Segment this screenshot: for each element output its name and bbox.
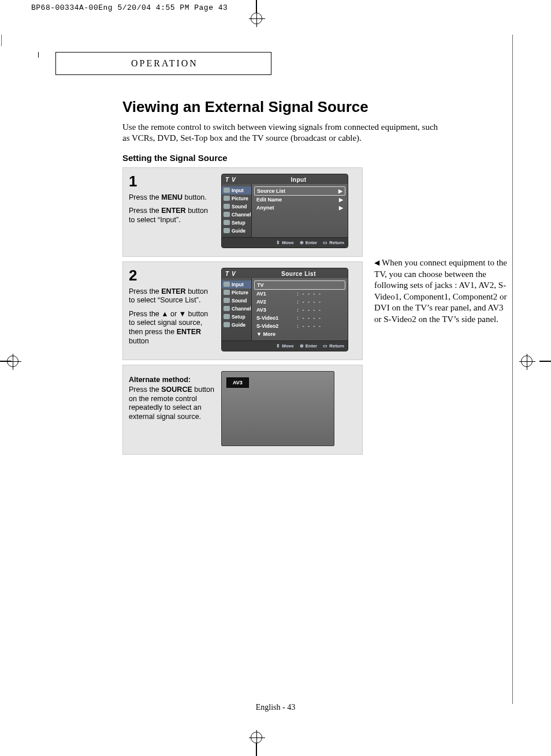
tab-tick bbox=[38, 52, 39, 58]
step-alternate: Alternate method: Press the SOURCE butto… bbox=[122, 365, 363, 455]
osd-row-av1: AV1: - - - - bbox=[254, 290, 345, 298]
subheading: Setting the Signal Source bbox=[122, 153, 504, 163]
section-tab-label: OPERATION bbox=[131, 58, 198, 69]
osd-tv-label: T V bbox=[225, 177, 253, 183]
page-edge-right bbox=[512, 35, 513, 704]
osd-row-tv: TV bbox=[254, 280, 345, 290]
osd-row-av3: AV3: - - - - bbox=[254, 306, 345, 314]
osd-row-sourcelist: Source List▶ bbox=[254, 186, 345, 196]
side-note: ◀When you connect equipment to the TV, y… bbox=[374, 257, 509, 325]
crop-mark-right bbox=[521, 355, 544, 367]
osd-pill-av3: AV3 bbox=[226, 377, 249, 388]
osd-tv-label-2: T V bbox=[225, 271, 253, 277]
print-slug: BP68-00334A-00Eng 5/20/04 4:55 PM Page 4… bbox=[31, 3, 228, 12]
step-1-line-2: Press the ENTER button to select “Input”… bbox=[129, 207, 215, 224]
section-tab: OPERATION bbox=[55, 52, 271, 75]
osd-row-av2: AV2: - - - - bbox=[254, 298, 345, 306]
osd-side-channel-2: Channel bbox=[222, 305, 251, 313]
intro-text: Use the remote control to switch between… bbox=[122, 122, 446, 144]
osd-side-picture: Picture bbox=[222, 194, 251, 203]
osd-row-editname: Edit Name▶ bbox=[254, 196, 345, 204]
osd-step-2: T VSource List Input Picture Sound Chann… bbox=[221, 268, 348, 351]
step-1-line-1: Press the MENU button. bbox=[129, 193, 215, 203]
osd-title-input: Input bbox=[253, 177, 344, 183]
crop-mark-bottom bbox=[245, 733, 268, 756]
page-title: Viewing an External Signal Source bbox=[122, 98, 504, 116]
osd-title-sourcelist: Source List bbox=[253, 271, 344, 277]
osd-side-picture-2: Picture bbox=[222, 289, 251, 297]
step-1-number: 1 bbox=[129, 174, 215, 189]
osd-side-input-2: Input bbox=[222, 280, 251, 289]
step-2: 2 Press the ENTER button to select “Sour… bbox=[122, 261, 363, 360]
osd-row-svideo2: S-Video2: - - - - bbox=[254, 322, 345, 330]
step-2-line-2: Press the ▲ or ▼ button to select signal… bbox=[129, 310, 215, 346]
osd-side-setup: Setup bbox=[222, 219, 251, 227]
osd-row-anynet: Anynet▶ bbox=[254, 204, 345, 212]
osd-alternate: AV3 bbox=[221, 371, 334, 446]
osd-side-guide-2: Guide bbox=[222, 321, 251, 329]
osd-side-setup-2: Setup bbox=[222, 313, 251, 321]
step-1: 1 Press the MENU button. Press the ENTER… bbox=[122, 167, 363, 257]
alternate-heading: Alternate method: bbox=[129, 376, 215, 385]
osd-foot-enter-2: Enter bbox=[300, 343, 317, 349]
osd-side-guide: Guide bbox=[222, 227, 251, 235]
crop-mark-top bbox=[245, 0, 268, 23]
alternate-body: Press the SOURCE button on the remote co… bbox=[129, 386, 215, 422]
osd-foot-move: Move bbox=[276, 240, 293, 245]
page-footer: English - 43 bbox=[0, 703, 551, 712]
crop-mark-left bbox=[7, 355, 30, 367]
osd-foot-return-2: Return bbox=[323, 343, 344, 349]
step-2-number: 2 bbox=[129, 268, 215, 283]
osd-foot-move-2: Move bbox=[276, 343, 293, 349]
osd-foot-enter: Enter bbox=[300, 240, 317, 245]
left-triangle-icon: ◀ bbox=[374, 259, 379, 268]
step-2-line-1: Press the ENTER button to select “Source… bbox=[129, 287, 215, 305]
osd-side-sound: Sound bbox=[222, 203, 251, 211]
osd-row-more: ▼ More bbox=[254, 330, 345, 338]
osd-step-1: T VInput Input Picture Sound Channel Set… bbox=[221, 174, 348, 248]
osd-side-sound-2: Sound bbox=[222, 297, 251, 305]
osd-side-channel: Channel bbox=[222, 211, 251, 219]
osd-row-svideo1: S-Video1: - - - - bbox=[254, 314, 345, 322]
page-edge-left bbox=[1, 35, 2, 46]
osd-foot-return: Return bbox=[323, 240, 344, 245]
osd-side-input: Input bbox=[222, 186, 251, 194]
